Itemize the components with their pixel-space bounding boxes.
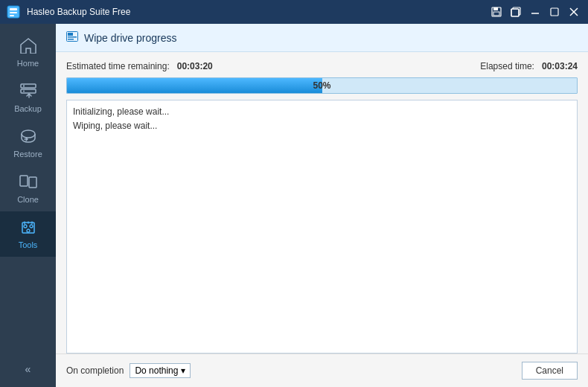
estimated-time-row: Estimated time remaining: 00:03:20 [66, 61, 213, 71]
app-icon [6, 4, 21, 19]
sidebar-item-clone[interactable]: Clone [0, 166, 56, 211]
completion-row: On completion Do nothing ▾ [66, 363, 191, 378]
progress-bar-fill [67, 78, 322, 93]
svg-rect-21 [29, 177, 36, 188]
collapse-icon: « [25, 363, 31, 375]
completion-value: Do nothing [135, 365, 178, 376]
completion-label: On completion [66, 365, 124, 376]
svg-rect-2 [10, 12, 17, 13]
svg-point-24 [30, 225, 33, 228]
sidebar-item-tools[interactable]: Tools [0, 211, 56, 257]
svg-rect-28 [68, 36, 77, 38]
dropdown-arrow-icon: ▾ [181, 365, 185, 376]
sidebar-item-restore[interactable]: Restore [0, 121, 56, 166]
wipe-drive-icon [66, 31, 78, 44]
svg-point-25 [27, 229, 30, 232]
clone-icon [19, 173, 37, 192]
svg-rect-8 [511, 9, 519, 16]
svg-rect-5 [493, 7, 498, 10]
sidebar-clone-label: Clone [17, 195, 39, 204]
svg-rect-11 [551, 8, 558, 16]
window-controls [488, 4, 582, 19]
title-bar: Hasleo Backup Suite Free [0, 0, 588, 24]
estimated-label: Estimated time remaining: [66, 61, 170, 71]
sidebar-tools-label: Tools [19, 240, 38, 249]
progress-section: Estimated time remaining: 00:03:20 Elaps… [56, 52, 588, 100]
progress-info: Estimated time remaining: 00:03:20 Elaps… [66, 61, 578, 71]
elapsed-label: Elapsed time: [480, 61, 534, 71]
sidebar-restore-label: Restore [13, 150, 42, 159]
svg-rect-6 [493, 12, 499, 16]
svg-point-18 [23, 91, 25, 92]
svg-point-19 [22, 130, 35, 138]
maximize-btn[interactable] [546, 4, 563, 19]
minimize-btn[interactable] [527, 4, 543, 19]
panel-header: Wipe drive progress [56, 24, 588, 52]
progress-bar-container: 50% [66, 77, 578, 94]
completion-dropdown[interactable]: Do nothing ▾ [130, 363, 191, 378]
svg-rect-27 [68, 33, 73, 36]
sidebar-collapse-btn[interactable]: « [0, 357, 56, 381]
log-area: Initializing, please wait...Wiping, plea… [66, 100, 578, 354]
save-window-btn[interactable] [488, 4, 505, 19]
sidebar-home-label: Home [17, 59, 39, 68]
panel-title: Wipe drive progress [84, 32, 177, 44]
svg-rect-20 [20, 176, 28, 186]
sidebar-backup-label: Backup [14, 104, 42, 113]
main-layout: Home Backup [0, 24, 588, 387]
sidebar: Home Backup [0, 24, 56, 387]
svg-point-23 [24, 225, 27, 228]
backup-icon [19, 83, 37, 101]
svg-point-17 [23, 86, 25, 87]
svg-rect-1 [10, 8, 17, 10]
cancel-button[interactable]: Cancel [522, 362, 578, 380]
elapsed-time-value: 00:03:24 [542, 61, 578, 71]
estimated-time-value: 00:03:20 [177, 61, 213, 71]
svg-rect-29 [68, 39, 74, 40]
footer: On completion Do nothing ▾ Cancel [56, 354, 588, 387]
close-btn[interactable] [566, 4, 582, 19]
content-area: Wipe drive progress Estimated time remai… [56, 24, 588, 387]
sidebar-item-backup[interactable]: Backup [0, 75, 56, 121]
app-title: Hasleo Backup Suite Free [27, 7, 488, 17]
elapsed-time-row: Elapsed time: 00:03:24 [480, 61, 578, 71]
home-icon [19, 37, 37, 56]
tools-icon [19, 219, 37, 237]
svg-rect-3 [10, 15, 14, 16]
sidebar-item-home[interactable]: Home [0, 30, 56, 75]
progress-bar-label: 50% [313, 80, 330, 91]
restore-window-btn[interactable] [508, 4, 524, 19]
restore-icon [19, 128, 37, 147]
